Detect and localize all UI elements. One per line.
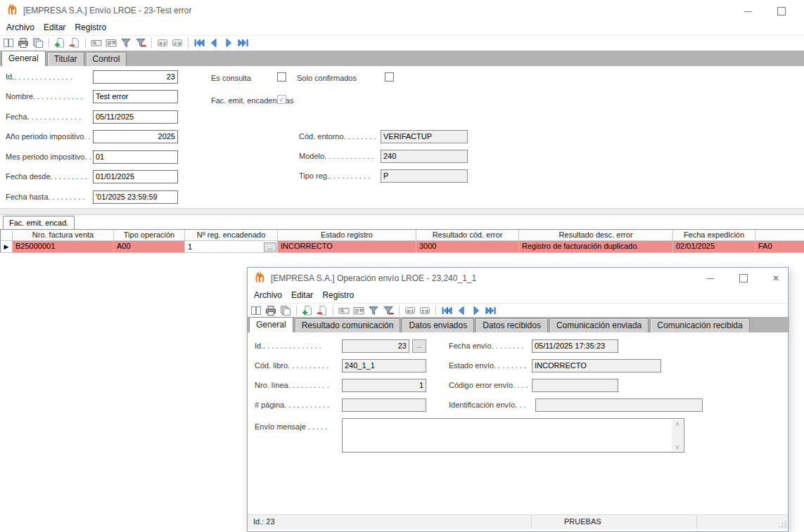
resize-grip-icon[interactable] bbox=[779, 521, 786, 528]
maximize-button[interactable] bbox=[774, 5, 789, 18]
scroll-down-icon[interactable]: ∨ bbox=[675, 443, 680, 451]
dialog-maximize-button[interactable] bbox=[736, 272, 751, 285]
search-field-icon[interactable] bbox=[338, 304, 350, 317]
tab-comunicacion-enviada[interactable]: Comunicación enviada bbox=[549, 318, 649, 332]
tab-control[interactable]: Control bbox=[86, 52, 127, 66]
minimize-button[interactable] bbox=[740, 5, 755, 18]
menu-registro[interactable]: Registro bbox=[75, 22, 106, 32]
cell-clipped[interactable]: FA0 bbox=[755, 241, 804, 253]
dlg-id-field: 23 bbox=[342, 339, 409, 353]
cell-fecha-expedicion[interactable]: 02/01/2025 bbox=[673, 241, 755, 253]
print-icon[interactable] bbox=[264, 304, 277, 317]
tab-datos-enviados[interactable]: Datos enviados bbox=[402, 318, 474, 332]
column-header-nro-factura-venta[interactable]: Nro. factura venta bbox=[13, 229, 114, 241]
detail-tab-fac-emit-encad[interactable]: Fac. emit. encad. bbox=[3, 216, 75, 229]
dialog-title: [EMPRESA S.A.] Operación envío LROE - 23… bbox=[271, 273, 476, 283]
previous-record-icon[interactable] bbox=[208, 37, 220, 49]
menu-registro[interactable]: Registro bbox=[322, 290, 354, 300]
sort-descending-icon[interactable]: z·a bbox=[171, 37, 184, 49]
toolbar-separator bbox=[151, 38, 152, 48]
row-selector[interactable]: ▶ bbox=[0, 241, 13, 253]
dlg-codigo-error-envio-field bbox=[532, 379, 618, 392]
column-header-resultado-desc-error[interactable]: Resultado desc. error bbox=[519, 229, 673, 241]
add-record-icon[interactable] bbox=[53, 37, 66, 49]
remove-filter-icon[interactable] bbox=[134, 37, 147, 49]
cell-tipo-operacion[interactable]: A00 bbox=[114, 241, 185, 253]
remove-filter-icon[interactable] bbox=[382, 304, 395, 317]
copy-record-icon[interactable] bbox=[32, 37, 44, 49]
modelo-field: 240 bbox=[381, 150, 468, 163]
es-consulta-checkbox[interactable] bbox=[277, 72, 286, 82]
next-record-icon[interactable] bbox=[470, 304, 483, 317]
sort-ascending-icon[interactable]: a·z bbox=[156, 37, 169, 49]
menu-editar[interactable]: Editar bbox=[291, 290, 313, 300]
open-record-icon[interactable] bbox=[250, 304, 262, 317]
fecha-field[interactable]: 05/11/2025 bbox=[93, 110, 178, 124]
next-record-icon[interactable] bbox=[222, 37, 235, 49]
dlg-id-lookup-button[interactable]: ... bbox=[412, 339, 426, 353]
previous-record-icon[interactable] bbox=[455, 304, 468, 317]
toolbar-separator bbox=[399, 306, 400, 316]
dlg-fecha-envio-label: Fecha envío. . . . . . . . bbox=[449, 342, 530, 351]
horizontal-splitter[interactable] bbox=[0, 208, 804, 215]
copy-record-icon[interactable] bbox=[279, 304, 292, 317]
cell-resultado-cod-error[interactable]: 3000 bbox=[416, 241, 519, 253]
tab-datos-recibidos[interactable]: Datos recibidos bbox=[476, 318, 548, 332]
dlg-codigo-error-envio-label: Código error envío. . . . bbox=[449, 381, 530, 391]
tab-resultado-comunicacion[interactable]: Resultado comunicación bbox=[295, 318, 401, 332]
anio-periodo-label: Año periodo impositivo. . . bbox=[6, 132, 91, 142]
column-header-clipped bbox=[755, 229, 804, 241]
cell-nro-factura-venta[interactable]: B25000001 bbox=[13, 241, 114, 253]
tab-general[interactable]: General bbox=[1, 51, 46, 66]
mes-periodo-label: Mes periodo impositivo. . . bbox=[6, 153, 91, 162]
print-icon[interactable] bbox=[17, 37, 30, 49]
menu-archivo[interactable]: Archivo bbox=[254, 290, 282, 300]
mes-periodo-field[interactable]: 01 bbox=[93, 150, 178, 164]
selector-column-header bbox=[0, 229, 13, 241]
open-record-icon[interactable] bbox=[2, 37, 15, 49]
textarea-scrollbar[interactable]: ∧ ∨ bbox=[672, 420, 683, 451]
delete-record-icon[interactable] bbox=[68, 37, 81, 49]
tab-comunicacion-recibida[interactable]: Comunicación recibida bbox=[650, 318, 749, 332]
nombre-field[interactable]: Test error bbox=[93, 90, 178, 103]
tab-general[interactable]: General bbox=[249, 317, 293, 332]
dlg-envio-mensaje-textarea[interactable]: ∧ ∨ bbox=[342, 418, 684, 453]
delete-record-icon[interactable] bbox=[316, 304, 328, 317]
form-view-icon[interactable] bbox=[352, 304, 365, 317]
dialog-minimize-button[interactable] bbox=[702, 272, 717, 285]
first-record-icon[interactable] bbox=[193, 37, 205, 49]
column-header-nro-reg-encadenado[interactable]: Nº reg. encadenado bbox=[185, 229, 278, 241]
filter-icon[interactable] bbox=[120, 37, 132, 49]
scroll-up-icon[interactable]: ∧ bbox=[675, 420, 680, 428]
first-record-icon[interactable] bbox=[440, 304, 453, 317]
solo-confirmados-checkbox[interactable] bbox=[385, 72, 394, 82]
cell-nro-reg-encadenado[interactable]: 1 ... bbox=[185, 241, 278, 253]
sort-ascending-icon[interactable]: a·z bbox=[404, 304, 416, 317]
statusbar-environment-panel: PRUEBAS bbox=[532, 515, 697, 529]
lookup-button[interactable]: ... bbox=[264, 242, 276, 252]
fecha-desde-field[interactable]: 01/01/2025 bbox=[93, 170, 178, 183]
search-field-icon[interactable] bbox=[90, 37, 103, 49]
fecha-hasta-field[interactable]: '01/2025 23:59:59 bbox=[93, 190, 178, 204]
tab-titular[interactable]: Titular bbox=[47, 52, 84, 66]
cell-resultado-desc-error[interactable]: Registro de facturación duplicado. bbox=[519, 241, 673, 253]
column-header-resultado-cod-error[interactable]: Resultado cód. error bbox=[416, 229, 519, 241]
anio-periodo-field[interactable]: 2025 bbox=[93, 130, 178, 143]
add-record-icon[interactable] bbox=[301, 304, 314, 317]
menu-editar[interactable]: Editar bbox=[44, 22, 65, 32]
form-view-icon[interactable] bbox=[105, 37, 117, 49]
filter-icon[interactable] bbox=[367, 304, 380, 317]
column-header-estado-registro[interactable]: Estado registro bbox=[278, 229, 416, 241]
menu-archivo[interactable]: Archivo bbox=[6, 22, 34, 32]
id-field[interactable]: 23 bbox=[93, 70, 178, 84]
dialog-close-button[interactable]: ✕ bbox=[768, 272, 784, 285]
dlg-envio-mensaje-label: Envío mensaje . . . . . bbox=[255, 422, 339, 432]
maximize-icon bbox=[739, 274, 748, 283]
column-header-tipo-operacion[interactable]: Tipo operación bbox=[114, 229, 185, 241]
sort-descending-icon[interactable]: z·a bbox=[419, 304, 431, 317]
last-record-icon[interactable] bbox=[485, 304, 497, 317]
last-record-icon[interactable] bbox=[237, 37, 250, 49]
column-header-fecha-expedicion[interactable]: Fecha expedición bbox=[673, 229, 755, 241]
dlg-identificacion-envio-label: Identificación envío. . . bbox=[449, 401, 530, 410]
cell-estado-registro[interactable]: INCORRECTO bbox=[278, 241, 416, 253]
